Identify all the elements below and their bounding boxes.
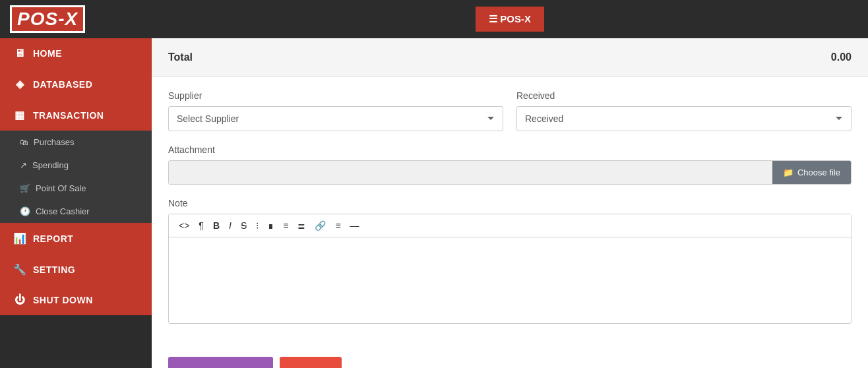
toolbar-link-btn[interactable]: 🔗 — [311, 218, 329, 233]
sidebar-item-spending-label: Spending — [32, 160, 69, 170]
add-purchase-button[interactable]: ADD PURCHASE — [168, 357, 273, 368]
toolbar-italic-btn[interactable]: I — [226, 218, 235, 233]
reset-button[interactable]: RESET — [280, 357, 342, 368]
editor-toolbar: <> ¶ B I S ⁝ ∎ ≡ ≣ 🔗 ≡ — — [169, 214, 851, 237]
setting-icon: 🔧 — [13, 263, 26, 276]
pos-x-menu-button[interactable]: ☰ POS-X — [476, 7, 544, 32]
sidebar-item-setting-label: SETTING — [33, 264, 75, 275]
report-icon: 📊 — [13, 232, 26, 245]
sidebar-item-home[interactable]: 🖥 HOME — [0, 38, 152, 69]
sidebar-item-spending[interactable]: ↗ Spending — [0, 154, 152, 177]
sidebar-item-report-label: REPORT — [33, 233, 73, 244]
toolbar-align-left-btn[interactable]: ≡ — [280, 218, 292, 233]
transaction-icon: ▦ — [13, 109, 26, 121]
sidebar-item-databased[interactable]: ◈ DATABASED — [0, 69, 152, 100]
attachment-label: Attachment — [168, 144, 852, 155]
total-value: 0.00 — [831, 51, 852, 63]
toolbar-align-justify-btn[interactable]: ≣ — [294, 218, 309, 233]
sidebar-item-close-cashier[interactable]: 🕐 Close Cashier — [0, 200, 152, 223]
toolbar-bullet-list-btn[interactable]: ⁝ — [253, 218, 262, 233]
sidebar-item-home-label: HOME — [33, 48, 62, 59]
sidebar-item-purchases-label: Purchases — [34, 137, 74, 147]
file-input-display — [169, 161, 772, 184]
choose-file-button[interactable]: 📁 Choose file — [772, 161, 851, 184]
folder-icon: 📁 — [783, 168, 793, 177]
note-editor: <> ¶ B I S ⁝ ∎ ≡ ≣ 🔗 ≡ — — [168, 214, 852, 324]
sidebar-item-transaction-label: TRANSACTION — [33, 110, 104, 121]
close-cashier-icon: 🕐 — [20, 206, 30, 216]
supplier-group: Supplier Select Supplier — [168, 90, 503, 131]
total-row: Total 0.00 — [152, 38, 868, 77]
sidebar: POS-X 🖥 HOME ◈ DATABASED ▦ TRANSACTION 🛍… — [0, 0, 152, 368]
main-content: Total 0.00 Supplier Select Supplier Rece… — [152, 38, 868, 368]
supplier-label: Supplier — [168, 90, 503, 101]
sidebar-item-databased-label: DATABASED — [33, 79, 92, 90]
sidebar-item-transaction[interactable]: ▦ TRANSACTION — [0, 100, 152, 131]
toolbar-bold-btn[interactable]: B — [210, 218, 223, 233]
spending-icon: ↗ — [20, 160, 27, 170]
sidebar-item-point-of-sale[interactable]: 🛒 Point Of Sale — [0, 177, 152, 200]
toolbar-strikethrough-btn[interactable]: S — [237, 218, 250, 233]
note-section: Note <> ¶ B I S ⁝ ∎ ≡ ≣ 🔗 ≡ — — [168, 198, 852, 324]
supplier-select[interactable]: Select Supplier — [168, 106, 503, 131]
logo-text: POS-X — [10, 5, 85, 33]
sidebar-item-setting[interactable]: 🔧 SETTING — [0, 254, 152, 285]
purchases-icon: 🛍 — [20, 137, 28, 147]
total-label: Total — [168, 51, 193, 63]
supplier-received-row: Supplier Select Supplier Received Receiv… — [168, 90, 852, 131]
sidebar-item-close-cashier-label: Close Cashier — [36, 206, 90, 216]
databased-icon: ◈ — [13, 78, 26, 90]
sidebar-item-purchases[interactable]: 🛍 Purchases — [0, 131, 152, 154]
toolbar-code-btn[interactable]: <> — [175, 218, 193, 233]
sidebar-item-shutdown[interactable]: ⏻ SHUT DOWN — [0, 285, 152, 315]
file-input-row: 📁 Choose file — [168, 160, 852, 185]
point-of-sale-icon: 🛒 — [20, 183, 30, 193]
sidebar-item-shutdown-label: SHUT DOWN — [33, 295, 93, 305]
received-label: Received — [516, 90, 852, 101]
attachment-section: Attachment 📁 Choose file — [168, 144, 852, 185]
toolbar-hr-btn[interactable]: — — [347, 218, 363, 233]
toolbar-paragraph-btn[interactable]: ¶ — [195, 218, 207, 233]
note-editor-area[interactable] — [169, 237, 851, 323]
action-row: ADD PURCHASE RESET — [152, 350, 868, 368]
form-section: Supplier Select Supplier Received Receiv… — [152, 77, 868, 350]
transaction-submenu: 🛍 Purchases ↗ Spending 🛒 Point Of Sale 🕐… — [0, 131, 152, 223]
top-bar: ☰ POS-X — [152, 0, 868, 38]
sidebar-item-report[interactable]: 📊 REPORT — [0, 223, 152, 254]
received-group: Received Received — [516, 90, 852, 131]
toolbar-align-center-btn[interactable]: ≡ — [332, 218, 344, 233]
home-icon: 🖥 — [13, 47, 26, 59]
received-select[interactable]: Received — [516, 106, 852, 131]
note-label: Note — [168, 198, 852, 208]
shutdown-icon: ⏻ — [13, 294, 26, 306]
logo: POS-X — [0, 0, 152, 38]
toolbar-ordered-list-btn[interactable]: ∎ — [264, 218, 277, 233]
sidebar-item-pos-label: Point Of Sale — [36, 183, 86, 193]
choose-file-label: Choose file — [797, 168, 840, 177]
